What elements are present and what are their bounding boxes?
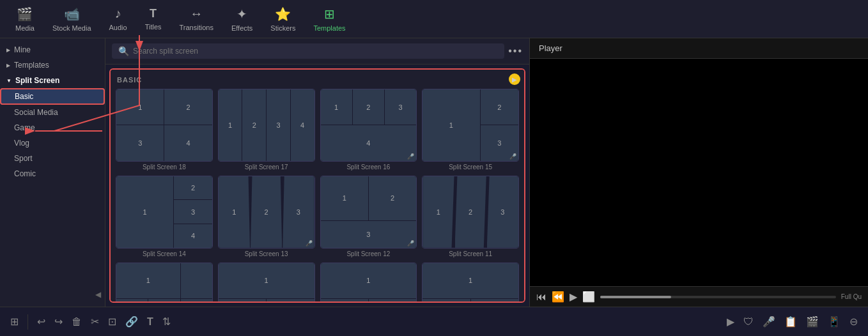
nav-stickers[interactable]: ⭐ Stickers (261, 0, 304, 38)
split-screen-17-label: Split Screen 17 (245, 164, 288, 171)
mobile-button[interactable]: 📱 (828, 316, 841, 328)
nav-audio[interactable]: ♪ Audio (100, 0, 136, 38)
nav-templates[interactable]: ⊞ Templates (304, 0, 354, 38)
nav-stock-media[interactable]: 📹 Stock Media (43, 0, 100, 38)
camera-button[interactable]: 🎬 (806, 316, 819, 328)
split-screen-10-cell[interactable]: 1 2 3 🎤 Split Screen 10 (116, 263, 213, 303)
split-screen-13-thumb: 1 2 3🎤 (218, 176, 315, 248)
cell-2: 2 (242, 89, 266, 161)
cell-2: 2 (422, 299, 470, 303)
nav-media[interactable]: 🎬 Media (6, 0, 43, 38)
trap-3: 3🎤 (283, 176, 314, 248)
cut-button[interactable]: ✂ (91, 316, 99, 328)
sidebar-sub-vlog[interactable]: Vlog (0, 135, 105, 151)
sidebar-sub-basic[interactable]: Basic (0, 88, 105, 105)
audio-icon: ♪ (115, 6, 121, 21)
play-button[interactable]: ▶ (570, 291, 577, 303)
bottom-right-tools: ▶ 🛡 🎤 📋 🎬 📱 ⊖ (727, 316, 858, 328)
sidebar-split-screen-label: Split Screen (15, 76, 59, 85)
sidebar: ▶ Mine ▶ Templates ▼ Split Screen Basic … (0, 38, 105, 307)
trap-1: 1 (219, 176, 250, 248)
split-screen-11-label: Split Screen 11 (449, 250, 492, 257)
search-input[interactable] (133, 47, 498, 56)
split-screen-17-cell[interactable]: 1 2 3 4 Split Screen 17 (218, 89, 315, 171)
sidebar-sub-game[interactable]: Game (0, 120, 105, 135)
split-screen-13-cell[interactable]: 1 2 3🎤 Split Screen 13 (218, 176, 315, 257)
grid-row-2: 1 2 3 4 Split Screen 14 1 2 3🎤 (116, 176, 519, 257)
play-back-button[interactable]: ⏪ (552, 291, 564, 303)
slant-2: 2 (455, 176, 486, 248)
cell-1: 1 (321, 176, 368, 220)
sidebar-sub-sport[interactable]: Sport (0, 151, 105, 166)
cell-3: 3🎤 (321, 221, 417, 248)
align-button[interactable]: ⇅ (162, 316, 171, 328)
split-screen-16-cell[interactable]: 1 2 3 4🎤 Split Screen 16 (320, 89, 417, 171)
split-screen-9-cell[interactable]: 1 2 3 Split Screen 9 (218, 263, 315, 303)
sidebar-sub-social-media[interactable]: Social Media (0, 105, 105, 120)
toolbar-separator-1 (27, 314, 28, 330)
cell-1: 1 (422, 89, 479, 161)
player-title: Player (530, 38, 868, 59)
split-screen-17-thumb: 1 2 3 4 (218, 89, 315, 162)
sidebar-basic-label: Basic (15, 92, 33, 101)
search-icon: 🔍 (118, 46, 129, 56)
shield-button[interactable]: 🛡 (743, 316, 754, 328)
split-screen-9-thumb: 1 2 3 (218, 263, 315, 303)
content-panel: 🔍 ••• ▶ BASIC 1 2 3 4 (105, 38, 529, 307)
mic-button[interactable]: 🎤 (763, 316, 775, 328)
split-screen-7-cell[interactable]: 1 2 3🎤 Split Screen 7 (422, 263, 519, 303)
redo-button[interactable]: ↪ (54, 316, 63, 328)
split-screen-18-cell[interactable]: 1 2 3 4 Split Screen 18 (116, 89, 213, 171)
effects-icon: ✦ (236, 6, 247, 22)
sidebar-vlog-label: Vlog (14, 139, 29, 148)
cell-4: 4 (174, 224, 212, 248)
prev-frame-button[interactable]: ⏮ (536, 291, 546, 303)
undo-button[interactable]: ↩ (37, 316, 45, 328)
minus-button[interactable]: ⊖ (849, 316, 858, 328)
nav-audio-label: Audio (109, 24, 127, 31)
split-screen-15-label: Split Screen 15 (449, 164, 492, 171)
split-screen-14-cell[interactable]: 1 2 3 4 Split Screen 14 (116, 176, 213, 257)
split-screen-11-cell[interactable]: 1 2 3 Split Screen 11 (422, 176, 519, 257)
templates-icon: ⊞ (324, 6, 335, 22)
nav-titles[interactable]: T Titles (136, 0, 171, 38)
cell-3: 3 (385, 89, 416, 125)
sidebar-sub-comic[interactable]: Comic (0, 166, 105, 181)
sidebar-game-label: Game (14, 123, 35, 132)
split-screen-8-cell[interactable]: 1 2 3🎤 Split Screen 8 (320, 263, 417, 303)
layout-tool-button[interactable]: ⊞ (10, 316, 19, 328)
delete-button[interactable]: 🗑 (72, 316, 82, 328)
split-screen-15-cell[interactable]: 1 2 3🎤 Split Screen 15 (422, 89, 519, 171)
cell-3: 3 (148, 299, 180, 303)
nav-transitions[interactable]: ↔ Transitions (171, 0, 222, 38)
stop-button[interactable]: ⬜ (582, 291, 595, 303)
split-screen-12-cell[interactable]: 1 2 3🎤 Split Screen 12 (320, 176, 417, 257)
sidebar-item-split-screen[interactable]: ▼ Split Screen (0, 73, 105, 88)
sidebar-item-templates[interactable]: ▶ Templates (0, 57, 105, 73)
main-area: ▶ Mine ▶ Templates ▼ Split Screen Basic … (0, 38, 868, 307)
player-progress-bar[interactable] (600, 296, 836, 298)
yellow-dot-button[interactable]: ▶ (509, 73, 520, 85)
nav-effects[interactable]: ✦ Effects (222, 0, 261, 38)
player-screen (530, 59, 868, 286)
play-right-button[interactable]: ▶ (727, 316, 734, 328)
cell-1: 1 (116, 263, 180, 298)
media-icon: 🎬 (17, 6, 33, 22)
cell-4: 4🎤 (321, 125, 417, 160)
more-options-button[interactable]: ••• (508, 45, 523, 57)
cell-2: 2 (369, 176, 416, 220)
split-screen-18-thumb: 1 2 3 4 (116, 89, 213, 162)
cell-2: 2 (174, 176, 212, 200)
sidebar-collapse-button[interactable]: ◀ (0, 286, 105, 303)
cell-2: 2 (481, 89, 519, 125)
cell-4: 4 (291, 89, 314, 161)
split-screen-12-label: Split Screen 12 (346, 250, 390, 257)
clipboard-button[interactable]: 📋 (784, 316, 797, 328)
split-button[interactable]: ⊡ (108, 316, 116, 328)
link-button[interactable]: 🔗 (125, 316, 138, 328)
trap-2: 2 (251, 176, 282, 248)
sidebar-item-mine[interactable]: ▶ Mine (0, 42, 105, 57)
cell-2: 2 (116, 299, 148, 303)
dot-cursor-icon: ▶ (512, 76, 517, 83)
text-button[interactable]: T (147, 316, 153, 328)
